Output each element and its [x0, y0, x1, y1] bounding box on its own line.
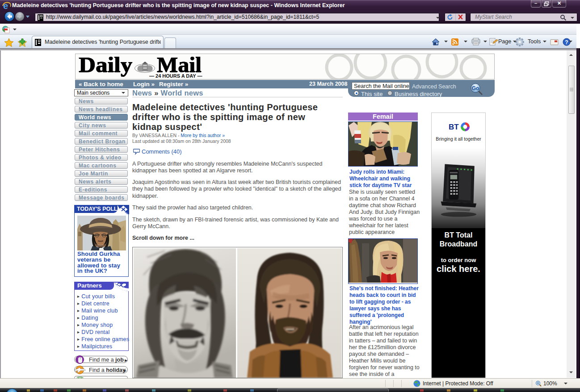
- svg-text:?: ?: [565, 39, 568, 46]
- svg-text:Go: Go: [472, 85, 479, 92]
